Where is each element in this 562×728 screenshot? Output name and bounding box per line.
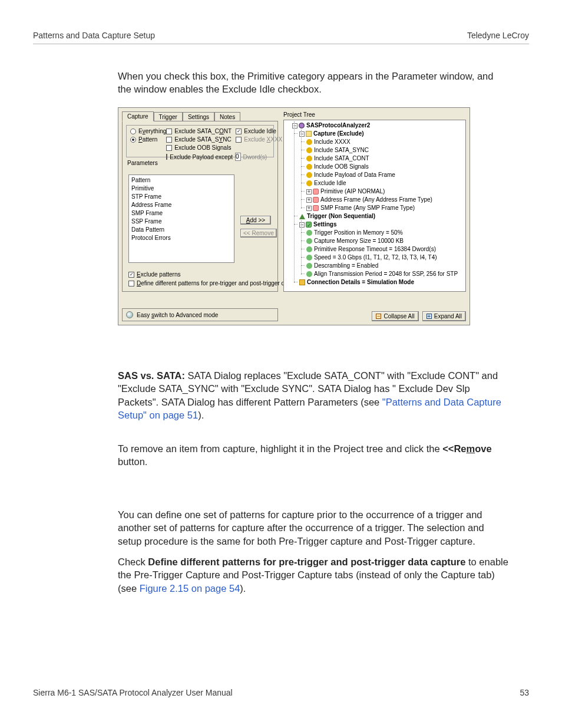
project-tree-label: Project Tree <box>283 111 315 118</box>
p-icon <box>313 205 319 211</box>
tree-item[interactable]: Align Transmission Period = 2048 for SSP… <box>306 270 464 278</box>
tree-item[interactable]: Include XXXX <box>306 138 464 146</box>
tree-item-connection[interactable]: Connection Details = Simulation Mode <box>299 278 464 286</box>
footer-right: 53 <box>520 688 529 697</box>
param-item: SMP Frame <box>131 209 232 218</box>
check-exclude-idle[interactable]: Exclude Idle <box>236 128 282 134</box>
tree-item[interactable]: Include Payload of Data Frame <box>306 171 464 179</box>
capture-options-group: Everything Pattern Exclude SATA_CONT Exc… <box>126 125 274 157</box>
bullet-icon <box>306 156 312 162</box>
tree-item[interactable]: Include OOB Signals <box>306 163 464 171</box>
tree-item[interactable]: Include SATA_SYNC <box>306 146 464 154</box>
collapse-icon[interactable]: − <box>299 131 305 137</box>
expand-icon[interactable]: + <box>306 189 312 195</box>
check-exclude-sata-cont[interactable]: Exclude SATA_CONT <box>166 128 236 134</box>
collapse-all-button[interactable]: −Collapse All <box>372 311 418 321</box>
page-header: Patterns and Data Capture Setup Teledyne… <box>33 31 529 44</box>
bullet-icon <box>306 238 312 244</box>
check-exclude-payload[interactable]: Exclude Payload except 0 Dword(s) <box>166 153 236 161</box>
radio-pattern[interactable]: Pattern <box>130 136 166 143</box>
param-item: SSP Frame <box>131 218 232 226</box>
tree-item-trigger[interactable]: Trigger (Non Sequential) <box>299 212 464 220</box>
bullet-icon <box>306 255 312 261</box>
bullet-icon <box>306 271 312 277</box>
define-diff-bold: Define different patterns for pre-trigge… <box>148 556 465 567</box>
trigger-icon <box>299 214 305 219</box>
dialog-screenshot: Capture Trigger Settings Notes Everythin… <box>118 107 470 325</box>
tree-item[interactable]: +Primitive (AIP NORMAL) <box>306 187 464 196</box>
radio-everything[interactable]: Everything <box>130 128 166 134</box>
header-right: Teledyne LeCroy <box>467 31 529 40</box>
folder-icon <box>306 131 312 137</box>
tab-bar: Capture Trigger Settings Notes <box>122 111 240 121</box>
p-icon <box>313 197 319 203</box>
remove-item-paragraph: To remove an item from capture, highligh… <box>118 442 509 469</box>
footer-left: Sierra M6-1 SAS/SATA Protocol Analyzer U… <box>33 688 233 697</box>
capture-panel: Everything Pattern Exclude SATA_CONT Exc… <box>122 121 278 292</box>
header-left: Patterns and Data Capture Setup <box>33 31 155 40</box>
plus-icon: + <box>427 314 432 319</box>
connection-icon <box>299 279 305 285</box>
param-item: Address Frame <box>131 201 232 209</box>
expand-icon[interactable]: + <box>306 206 312 211</box>
link-figure-2-15[interactable]: Figure 2.15 on page 54 <box>140 583 240 594</box>
collapse-icon[interactable]: − <box>299 222 305 228</box>
bullet-icon <box>306 164 312 170</box>
intro-paragraph: When you check this box, the Primitive c… <box>118 70 509 96</box>
tree-item[interactable]: +SMP Frame (Any SMP Frame Type) <box>306 204 464 212</box>
gear-icon <box>299 123 305 129</box>
define-sets-paragraph: You can define one set of patterns for c… <box>118 508 509 548</box>
param-item: Pattern <box>131 176 232 185</box>
param-item: Primitive <box>131 185 232 193</box>
p-icon <box>313 189 319 195</box>
add-button[interactable]: Add >> <box>240 216 271 225</box>
easy-switch-link[interactable]: Easy switch to Advanced mode <box>122 308 278 321</box>
tree-item[interactable]: Exclude Idle <box>306 179 464 187</box>
tree-item[interactable]: Include SATA_CONT <box>306 154 464 163</box>
param-item: STP Frame <box>131 193 232 201</box>
easy-switch-icon <box>126 311 133 318</box>
tree-item[interactable]: Primitive Response Timeout = 16384 Dword… <box>306 245 464 253</box>
check-exclude-sata-sync[interactable]: Exclude SATA_SYNC <box>166 136 236 143</box>
settings-icon <box>306 222 312 228</box>
page-footer: Sierra M6-1 SAS/SATA Protocol Analyzer U… <box>33 688 529 697</box>
bullet-icon <box>306 147 312 153</box>
sas-vs-sata-lead: SAS vs. SATA: <box>118 370 188 381</box>
tree-item[interactable]: +Address Frame (Any Address Frame Type) <box>306 196 464 204</box>
collapse-icon[interactable]: − <box>292 123 297 129</box>
tree-item[interactable]: Capture Memory Size = 10000 KB <box>306 237 464 245</box>
sas-vs-sata-paragraph: SAS vs. SATA: SATA Dialog replaces "Excl… <box>118 369 509 421</box>
minus-icon: − <box>376 314 381 319</box>
tree-item[interactable]: Trigger Position in Memory = 50% <box>306 229 464 237</box>
tree-item[interactable]: Descrambling = Enabled <box>306 262 464 270</box>
bullet-icon <box>306 246 312 252</box>
expand-icon[interactable]: + <box>306 197 312 203</box>
param-item: Protocol Errors <box>131 234 232 242</box>
parameters-listbox[interactable]: Pattern Primitive STP Frame Address Fram… <box>128 174 234 263</box>
project-tree[interactable]: −SASProtocolAnalyzer2 −Capture (Exclude)… <box>283 120 466 292</box>
define-diff-paragraph: Check Define different patterns for pre-… <box>118 555 509 595</box>
remove-button: << Remove <box>240 229 277 238</box>
bullet-icon <box>306 172 312 178</box>
param-item: Data Pattern <box>131 226 232 234</box>
check-exclude-xxxx: Exclude XXXX <box>236 136 282 143</box>
bullet-icon <box>306 180 312 186</box>
expand-all-button[interactable]: +Expand All <box>422 311 466 321</box>
bullet-icon <box>306 230 312 236</box>
tab-capture[interactable]: Capture <box>122 111 154 121</box>
bullet-icon <box>306 263 312 269</box>
tree-item[interactable]: Speed = 3.0 Gbps (I1, T1, I2, T2, I3, T3… <box>306 253 464 262</box>
check-exclude-oob[interactable]: Exclude OOB Signals <box>166 144 236 151</box>
bullet-icon <box>306 139 312 145</box>
